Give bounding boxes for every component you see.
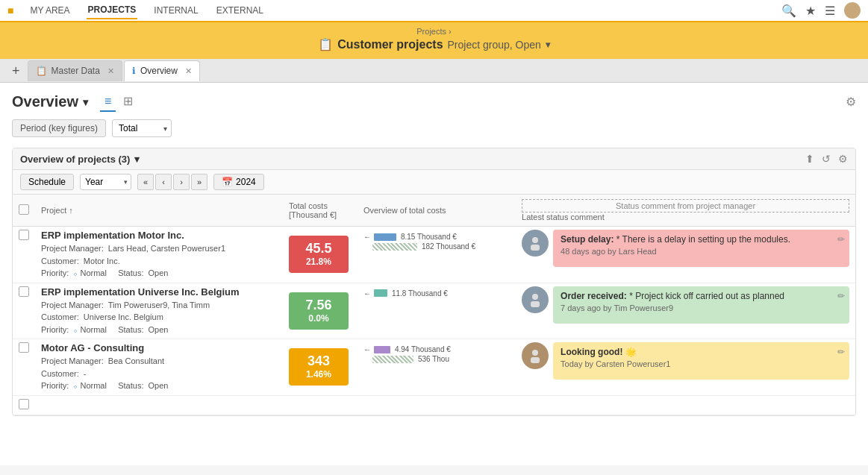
th-overview-label: Overview of total costs [363,206,446,215]
breadcrumb-parent: Projects › [0,27,868,36]
overview-title-text: Overview [12,93,78,110]
add-tab-button[interactable]: + [6,64,26,78]
row2-project-cell: ERP implementation Universe Inc. Belgium… [35,283,283,339]
nav-first-button[interactable]: « [137,174,154,190]
overview-dropdown-icon[interactable]: ▾ [83,96,88,108]
top-navigation: ■ MY AREA PROJECTS INTERNAL EXTERNAL 🔍 ★… [0,0,868,22]
year-button[interactable]: 📅 2024 [213,174,264,190]
search-icon[interactable]: 🔍 [781,4,796,18]
row1-label1: 8.15 Thousand € [401,233,457,241]
row2-checkbox[interactable] [19,286,29,297]
breadcrumb-main[interactable]: Customer projects [337,38,443,51]
settings-icon[interactable]: ⚙ [838,153,848,165]
select-all-checkbox[interactable] [19,204,29,215]
period-select[interactable]: Total Year Month [112,119,172,137]
period-select-wrapper: Total Year Month [112,119,172,137]
calendar-icon: 📅 [222,177,233,187]
th-checkbox [13,195,35,227]
empty-checkbox[interactable] [19,399,29,409]
row3-project-cell: Motor AG - Consulting Project Manager: B… [35,339,283,396]
row1-cost-cell: 45.5 21.8% [283,227,357,283]
row1-label2: 182 Thousand € [422,242,475,251]
row2-edit-icon[interactable]: ✏ [837,291,845,301]
overview-left: Overview ▾ ≡ ⊞ [12,92,137,112]
avatar[interactable] [844,2,861,19]
breadcrumb-area: Projects › 📋 Customer projects Project g… [0,22,868,59]
schedule-button[interactable]: Schedule [20,174,74,190]
tab-bar: + 📋 Master Data ✕ ℹ Overview ✕ [0,59,868,83]
row3-cost-box: 343 1.46% [289,348,349,386]
row2-checkbox-cell [13,283,35,339]
row1-cost-box: 45.5 21.8% [289,236,349,273]
row1-cost-pct: 21.8% [306,257,331,267]
row2-bar1 [374,289,387,297]
empty-cell [35,395,855,415]
svg-rect-1 [531,245,540,251]
projects-dropdown-icon[interactable]: ▾ [134,154,140,165]
svg-rect-3 [531,301,540,307]
row1-project-cell: ERP implementation Motor Inc. Project Ma… [35,227,283,283]
row2-status-box: ✏ Order received: * Project kick off car… [553,286,849,324]
row1-edit-icon[interactable]: ✏ [837,234,845,245]
th-project[interactable]: Project ↑ [35,195,283,227]
row3-bar1-row: ← 4.94 Thousand € [363,345,510,353]
nav-projects[interactable]: PROJECTS [87,1,138,19]
filter-icon[interactable]: ⚙ [846,95,856,109]
nav-external[interactable]: EXTERNAL [215,2,265,19]
th-project-label: Project ↑ [41,206,73,215]
period-type-select[interactable]: Year Month Quarter [80,174,131,190]
menu-icon[interactable]: ☰ [825,4,835,18]
tab-overview-close[interactable]: ✕ [185,66,192,76]
row1-avatar [522,230,549,257]
grid-view-button[interactable]: ⊞ [119,92,137,112]
row3-status-box: ✏ Looking good! 🌟 Today by Carsten Power… [553,342,849,380]
row1-checkbox[interactable] [19,230,29,240]
row1-checkbox-cell [13,227,35,283]
main-content: Overview ▾ ≡ ⊞ ⚙ Period (key figures) To… [0,83,868,465]
row1-project-name[interactable]: ERP implementation Motor Inc. [41,230,277,241]
bookmark-icon[interactable]: ★ [805,4,816,18]
row2-project-name[interactable]: ERP implementation Universe Inc. Belgium [41,286,277,298]
nav-prev-button[interactable]: ‹ [155,174,172,190]
row3-cost-cell: 343 1.46% [283,339,357,396]
tab-overview-label: Overview [140,66,178,76]
nav-my-area[interactable]: MY AREA [28,2,71,19]
overview-title: Overview ▾ [12,93,88,110]
row3-project-detail: Project Manager: Bea Consultant Customer… [41,355,277,392]
row2-label1: 11.8 Thousand € [392,289,448,298]
breadcrumb-title: 📋 Customer projects Project group, Open … [0,37,868,51]
row3-status-row: ✏ Looking good! 🌟 Today by Carsten Power… [522,342,849,380]
status-header-text: Status comment from project manager [616,201,755,210]
list-view-button[interactable]: ≡ [100,92,116,112]
tab-master-data[interactable]: 📋 Master Data ✕ [28,60,122,81]
row3-edit-icon[interactable]: ✏ [837,347,845,357]
breadcrumb-dropdown-icon[interactable]: ▾ [546,40,550,50]
row1-chart-cell: ← 8.15 Thousand € 182 Thousand € [357,227,516,283]
nav-last-button[interactable]: » [191,174,207,190]
nav-next-button[interactable]: › [173,174,190,190]
empty-row [13,395,855,415]
row2-bar1-row: ← 11.8 Thousand € [363,289,510,298]
tab-overview[interactable]: ℹ Overview ✕ [124,60,200,81]
tab-master-data-label: Master Data [51,66,100,76]
refresh-icon[interactable]: ↺ [822,153,831,165]
th-comment: Status comment from project manager Late… [516,195,855,227]
view-toggles: ≡ ⊞ [100,92,137,112]
export-icon[interactable]: ⬆ [805,153,814,165]
nav-logo: ■ [7,4,13,16]
arrow-icon: ← [363,233,371,241]
top-nav-right: 🔍 ★ ☰ [781,2,861,19]
row3-checkbox[interactable] [19,342,29,353]
row3-bar2 [372,356,413,363]
arrow-icon: ← [363,289,371,298]
row3-label1: 4.94 Thousand € [395,345,451,353]
schedule-toolbar: Schedule Year Month Quarter « ‹ › » 📅 20… [13,170,855,195]
row1-bar2 [372,243,417,251]
row1-status-time: 48 days ago by Lars Head [561,247,842,256]
row2-chart: ← 11.8 Thousand € [363,286,510,302]
priority-icon: ⬦ [73,326,78,334]
tab-master-data-close[interactable]: ✕ [107,66,114,76]
row1-bar2-row: 182 Thousand € [363,242,510,251]
row3-project-name[interactable]: Motor AG - Consulting [41,342,277,353]
nav-internal[interactable]: INTERNAL [152,2,199,19]
